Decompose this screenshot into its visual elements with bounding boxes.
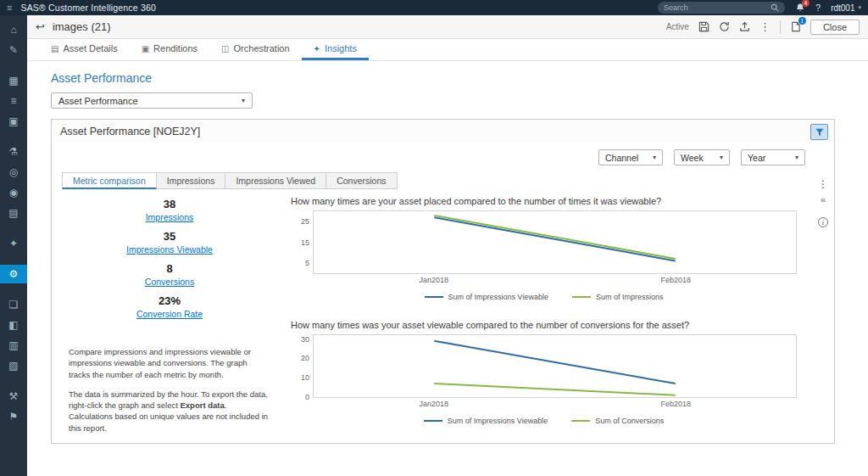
toolbar-actions: Active ⋮ 1 Close (666, 20, 860, 35)
metrics-column: 38 Impressions 35 Impressions Viewable 8… (64, 196, 275, 444)
channel-select[interactable]: Channel ▾ (598, 149, 663, 165)
collapse-panel-button[interactable]: « (821, 195, 826, 204)
home-icon: ⌂ (10, 24, 16, 36)
tab-renditions[interactable]: ▣ Renditions (130, 39, 209, 60)
sidebar-item-announcements[interactable]: ⚑ (0, 407, 27, 426)
orchestration-icon: ◫ (221, 44, 229, 53)
legend-item: Sum of Impressions (572, 293, 664, 301)
tab-insights[interactable]: ✦ Insights (302, 39, 369, 60)
series-line (434, 384, 676, 395)
panel-menu-button[interactable]: ⋮ (818, 179, 828, 189)
filter-button[interactable] (810, 124, 828, 140)
chart-title: How many times was your asset viewable c… (291, 320, 797, 330)
year-select[interactable]: Year ▾ (741, 149, 805, 165)
legend-item: Sum of Conversions (571, 417, 664, 425)
portfolio-icon: ❏ (9, 299, 19, 311)
search-icon (771, 3, 779, 12)
app-launcher-icon[interactable]: ≡ (7, 3, 12, 13)
search-input[interactable] (664, 3, 771, 12)
tab-label: Insights (325, 43, 357, 53)
legend-swatch (571, 420, 590, 422)
help-button[interactable]: ? (815, 3, 821, 13)
legend-label: Sum of Conversions (595, 417, 664, 425)
calendar-icon: ▦ (8, 75, 18, 87)
series-line (434, 341, 676, 384)
close-button[interactable]: Close (810, 20, 860, 35)
report-selector-value: Asset Performance (58, 96, 138, 106)
metric-link[interactable]: Impressions Viewable (64, 244, 275, 255)
tab-label: Orchestration (234, 43, 290, 53)
sidebar-item-tasks[interactable]: ≡ (0, 92, 27, 110)
tab-conversions[interactable]: Conversions (326, 172, 397, 189)
versions-button[interactable]: 1 (790, 21, 801, 32)
sidebar-item-goals[interactable]: ◉ (0, 183, 27, 202)
sidebar-item-documents[interactable]: ▧ (0, 356, 27, 375)
legend-label: Sum of Impressions Viewable (448, 293, 548, 301)
asset-toolbar: ↩ images (21) Active ⋮ (27, 15, 868, 39)
main-area: ↩ images (21) Active ⋮ (27, 15, 868, 476)
series-line (434, 217, 676, 260)
sidebar-item-audiences[interactable]: ◎ (0, 163, 27, 182)
week-select[interactable]: Week ▾ (674, 149, 730, 165)
tab-label: Renditions (153, 43, 198, 53)
save-button[interactable] (698, 21, 709, 32)
metric-value: 8 (64, 262, 275, 275)
x-tick-label: Jan2018 (419, 400, 448, 408)
sidebar: ⌂✎▦≡▣⚗◎◉▤✦⚙❏◧▥▧⚒⚑ (0, 15, 27, 476)
sidebar-item-compose[interactable]: ✎ (0, 41, 27, 59)
announcements-icon: ⚑ (9, 411, 19, 423)
tab-asset-details[interactable]: ▤ Asset Details (39, 39, 130, 60)
user-menu[interactable]: rdt001 ▾ (831, 3, 861, 13)
chart-plot-area[interactable]: 51525 (313, 210, 797, 274)
tab-impressions-viewed[interactable]: Impressions Viewed (225, 172, 326, 189)
metric-link[interactable]: Conversion Rate (64, 309, 275, 319)
renditions-icon: ▣ (142, 44, 149, 53)
sidebar-item-calendar[interactable]: ▦ (0, 71, 27, 90)
experiments-icon: ⚗ (9, 146, 19, 158)
chart-legend: Sum of Impressions ViewableSum of Impres… (291, 293, 797, 301)
assets-icon: ▣ (8, 115, 18, 127)
metric-conversions: 8 Conversions (64, 262, 275, 287)
sidebar-item-portfolio[interactable]: ❏ (0, 295, 27, 314)
refresh-button[interactable] (719, 21, 730, 32)
sidebar-item-ideas[interactable]: ✦ (0, 234, 27, 253)
chart-plot-area[interactable]: 0102030 (313, 334, 797, 398)
save-icon (698, 21, 709, 32)
y-axis-ticks: 0102030 (292, 335, 309, 397)
global-search[interactable] (658, 2, 785, 14)
tab-impressions[interactable]: Impressions (157, 172, 226, 189)
panel-header: Asset Performance [NOEJ2Y] (52, 120, 834, 143)
sidebar-item-settings[interactable]: ⚙ (0, 265, 27, 283)
x-tick-label: Jan2018 (419, 276, 448, 284)
y-tick-label: 0 (305, 393, 309, 401)
sidebar-item-library[interactable]: ▥ (0, 336, 27, 355)
chevron-down-icon: ▾ (242, 97, 245, 104)
tools-icon: ⚒ (9, 390, 19, 402)
y-axis-ticks: 51525 (292, 211, 309, 273)
export-button[interactable] (739, 21, 750, 32)
sidebar-item-data[interactable]: ▤ (0, 204, 27, 222)
tab-metric-comparison[interactable]: Metric comparison (62, 172, 157, 189)
info-button[interactable]: i (818, 217, 828, 227)
channel-select-value: Channel (605, 153, 638, 163)
tab-orchestration[interactable]: ◫ Orchestration (209, 39, 301, 60)
refresh-icon (719, 21, 730, 32)
filter-funnel-icon (815, 127, 825, 137)
sidebar-item-tools[interactable]: ⚒ (0, 387, 27, 406)
metric-link[interactable]: Conversions (64, 277, 275, 287)
more-options-button[interactable]: ⋮ (760, 21, 771, 32)
export-icon (739, 21, 750, 32)
metric-impressions-viewable: 35 Impressions Viewable (64, 230, 275, 255)
data-icon: ▤ (8, 207, 18, 219)
sidebar-item-assets[interactable]: ▣ (0, 112, 27, 131)
y-tick-label: 20 (301, 354, 309, 362)
notifications-button[interactable]: 4 (795, 3, 805, 13)
versions-count-badge: 1 (798, 17, 806, 25)
back-button[interactable]: ↩ (36, 20, 45, 33)
sidebar-item-reports[interactable]: ◧ (0, 316, 27, 334)
report-selector[interactable]: Asset Performance ▾ (51, 92, 253, 109)
sidebar-item-home[interactable]: ⌂ (0, 20, 27, 39)
metric-link[interactable]: Impressions (64, 212, 275, 222)
sidebar-item-experiments[interactable]: ⚗ (0, 143, 27, 161)
app-window: ≡ SAS® Customer Intelligence 360 4 ? rdt… (0, 0, 868, 476)
